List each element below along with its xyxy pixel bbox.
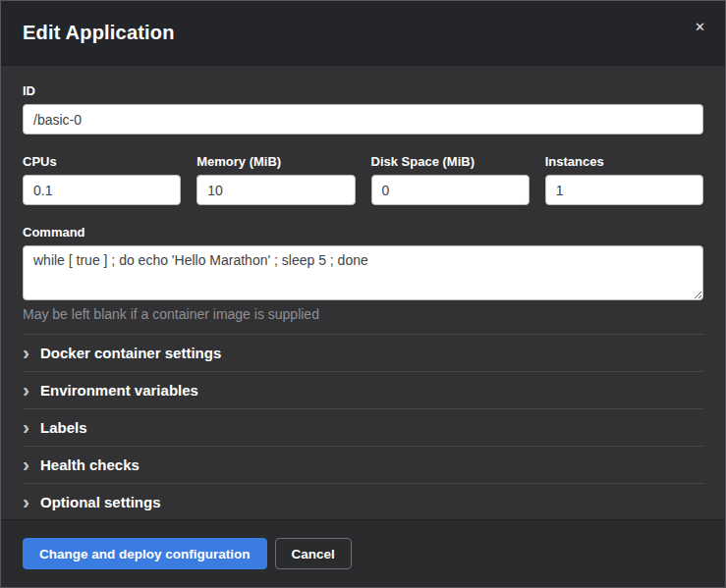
cpus-field-group: CPUs	[23, 154, 181, 205]
close-icon: ✕	[695, 20, 705, 34]
chevron-right-icon: ›	[23, 456, 38, 472]
disk-label: Disk Space (MiB)	[371, 154, 530, 169]
section-label: Labels	[40, 419, 87, 436]
section-environment-variables[interactable]: › Environment variables	[23, 372, 703, 409]
modal-footer: Change and deploy configuration Cancel	[1, 519, 725, 587]
chevron-right-icon: ›	[23, 494, 38, 509]
collapsible-sections: › Docker container settings › Environmen…	[23, 334, 703, 519]
chevron-right-icon: ›	[23, 419, 38, 435]
instances-input[interactable]	[545, 175, 703, 205]
modal-title: Edit Application	[23, 22, 175, 44]
command-field-group: Command while [ true ] ; do echo 'Hello …	[23, 225, 703, 322]
deploy-button[interactable]: Change and deploy configuration	[23, 538, 267, 569]
memory-label: Memory (MiB)	[196, 154, 355, 169]
instances-label: Instances	[545, 154, 703, 169]
chevron-right-icon: ›	[23, 382, 38, 398]
section-labels[interactable]: › Labels	[23, 409, 703, 447]
cpus-input[interactable]	[23, 175, 181, 205]
close-button[interactable]: ✕	[691, 17, 709, 37]
command-help-text: May be left blank if a container image i…	[23, 306, 703, 322]
memory-input[interactable]	[196, 175, 355, 205]
cpus-label: CPUs	[23, 154, 181, 169]
id-label: ID	[23, 83, 703, 98]
chevron-right-icon: ›	[23, 345, 38, 360]
section-label: Health checks	[40, 456, 140, 473]
section-label: Docker container settings	[40, 345, 221, 361]
cancel-button[interactable]: Cancel	[275, 538, 352, 569]
id-field-group: ID	[23, 83, 703, 134]
section-optional-settings[interactable]: › Optional settings	[23, 484, 703, 519]
edit-application-modal: Edit Application ✕ ID CPUs Memory (MiB) …	[0, 0, 726, 588]
resources-row: CPUs Memory (MiB) Disk Space (MiB) Insta…	[23, 154, 703, 205]
modal-content: ID CPUs Memory (MiB) Disk Space (MiB) In…	[1, 66, 725, 519]
instances-field-group: Instances	[545, 154, 703, 205]
section-label: Environment variables	[40, 382, 198, 399]
command-textarea[interactable]: while [ true ] ; do echo 'Hello Marathon…	[23, 245, 703, 300]
command-label: Command	[23, 225, 703, 240]
section-health-checks[interactable]: › Health checks	[23, 447, 703, 484]
disk-field-group: Disk Space (MiB)	[371, 154, 530, 205]
section-docker-container-settings[interactable]: › Docker container settings	[23, 335, 703, 372]
id-input[interactable]	[23, 104, 703, 134]
modal-header: Edit Application ✕	[1, 1, 725, 66]
disk-input[interactable]	[371, 175, 530, 205]
section-label: Optional settings	[40, 494, 161, 510]
memory-field-group: Memory (MiB)	[196, 154, 355, 205]
